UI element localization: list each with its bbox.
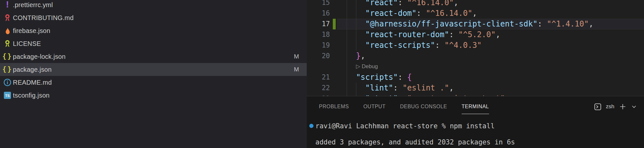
code-text: "lint": "eslint .",: [347, 83, 454, 93]
line-number: 22: [307, 83, 330, 93]
code-text: "start": "react-scripts start",: [347, 93, 510, 96]
line-number: 19: [307, 40, 330, 51]
file-item[interactable]: LICENSE: [0, 37, 307, 50]
terminal-line: ravi@Ravi Lachhman react-store % npm ins…: [315, 122, 495, 130]
line-number: 15: [307, 0, 330, 8]
code-line[interactable]: 18 "react-router-dom": "^5.2.0",: [307, 29, 644, 40]
file-item[interactable]: firebase.json: [0, 24, 307, 37]
yaml-icon: !: [3, 0, 12, 9]
line-number: 23: [307, 93, 330, 96]
command-decoration-dot[interactable]: [309, 124, 313, 128]
terminal-line: added 3 packages, and audited 2032 packa…: [315, 138, 515, 146]
file-name: package.json: [13, 66, 52, 73]
code-line[interactable]: 16 "react-dom": "^16.14.0",: [307, 8, 644, 19]
bottom-panel: PROBLEMSOUTPUTDEBUG CONSOLETERMINAL zsh: [307, 96, 644, 148]
code-line[interactable]: 15 "react": "^16.14.0",: [307, 0, 644, 8]
file-name: LICENSE: [13, 40, 41, 48]
line-number: 17: [307, 19, 330, 29]
code-editor[interactable]: 15 "react": "^16.14.0",16 "react-dom": "…: [307, 0, 644, 96]
code-line[interactable]: 17 "@harnessio/ff-javascript-client-sdk"…: [307, 19, 644, 29]
file-explorer: !.prettierrc.ymlCONTRIBUTING.mdfirebase.…: [0, 0, 307, 148]
code-text: "react-scripts": "^4.0.3": [347, 40, 482, 51]
file-item[interactable]: TStsconfig.json: [0, 89, 307, 102]
file-name: CONTRIBUTING.md: [13, 14, 74, 22]
code-text: "react": "^16.14.0",: [347, 0, 458, 8]
svg-text:TS: TS: [5, 94, 10, 98]
line-number: 16: [307, 8, 330, 19]
git-modified-badge: M: [294, 53, 299, 60]
file-name: package-lock.json: [13, 53, 66, 60]
code-text: "scripts": {: [347, 72, 412, 83]
chevron-down-icon: [631, 104, 637, 109]
terminal-output[interactable]: ravi@Ravi Lachhman react-store % npm ins…: [315, 96, 631, 148]
git-modified-badge: M: [294, 66, 299, 73]
terminal-dropdown-button[interactable]: [631, 104, 637, 109]
line-number: 18: [307, 29, 330, 40]
line-number: 20: [307, 51, 330, 61]
code-text: "react-dom": "^16.14.0",: [347, 8, 477, 19]
braces-icon: {}: [3, 52, 12, 61]
code-text: "@harnessio/ff-javascript-client-sdk": "…: [347, 19, 593, 29]
file-item[interactable]: CONTRIBUTING.md: [0, 11, 307, 24]
code-text: },: [347, 51, 365, 61]
file-name: firebase.json: [13, 27, 50, 35]
code-line[interactable]: 23 "start": "react-scripts start",: [307, 93, 644, 96]
file-name: .prettierrc.yml: [13, 1, 53, 9]
file-item[interactable]: {}package-lock.jsonM: [0, 50, 307, 63]
file-item[interactable]: {}package.jsonM: [0, 63, 307, 76]
code-line[interactable]: 22 "lint": "eslint .",: [307, 83, 644, 93]
ribbon-icon: [3, 39, 12, 48]
codelens-debug[interactable]: ▷ Debug: [356, 61, 378, 72]
flame-icon: [3, 26, 12, 35]
file-name: README.md: [13, 79, 52, 86]
file-item[interactable]: !.prettierrc.yml: [0, 0, 307, 11]
git-added-gutter-bar: [333, 19, 336, 29]
info-icon: [3, 78, 12, 87]
file-item[interactable]: README.md: [0, 76, 307, 89]
code-line[interactable]: 20 },: [307, 51, 644, 61]
line-number: 21: [307, 72, 330, 83]
vscode-window: !.prettierrc.ymlCONTRIBUTING.mdfirebase.…: [0, 0, 644, 148]
code-line[interactable]: 21 "scripts": {: [307, 72, 644, 83]
braces-icon: {}: [3, 65, 12, 74]
code-line[interactable]: 19 "react-scripts": "^4.0.3": [307, 40, 644, 51]
ribbon-icon: [3, 13, 12, 22]
typescript-icon: TS: [3, 91, 12, 100]
file-name: tsconfig.json: [13, 92, 50, 99]
code-text: "react-router-dom": "^5.2.0",: [347, 29, 500, 40]
codelens-row[interactable]: ▷ Debug: [307, 61, 644, 72]
